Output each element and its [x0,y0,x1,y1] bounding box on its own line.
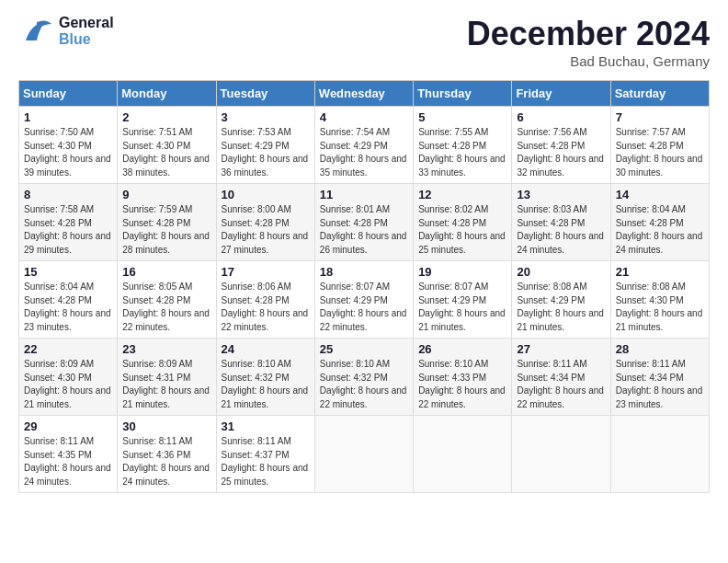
table-row: 18Sunrise: 8:07 AMSunset: 4:29 PMDayligh… [314,261,413,339]
table-row: 27Sunrise: 8:11 AMSunset: 4:34 PMDayligh… [512,339,610,416]
table-row: 12Sunrise: 8:02 AMSunset: 4:28 PMDayligh… [414,184,512,261]
table-row [314,416,413,493]
table-row: 10Sunrise: 8:00 AMSunset: 4:28 PMDayligh… [216,184,314,261]
day-info: Sunrise: 7:58 AMSunset: 4:28 PMDaylight:… [24,203,112,257]
col-thursday: Thursday [414,81,512,107]
table-row [512,416,610,493]
day-info: Sunrise: 8:11 AMSunset: 4:36 PMDaylight:… [122,435,210,488]
day-number: 11 [320,188,408,201]
month-year-title: December 2024 [467,15,710,53]
table-row: 9Sunrise: 7:59 AMSunset: 4:28 PMDaylight… [118,184,216,261]
calendar-week-row: 22Sunrise: 8:09 AMSunset: 4:30 PMDayligh… [19,339,710,416]
table-row: 11Sunrise: 8:01 AMSunset: 4:28 PMDayligh… [314,184,413,261]
day-number: 12 [418,188,506,201]
day-number: 31 [222,419,310,433]
day-info: Sunrise: 8:02 AMSunset: 4:28 PMDaylight:… [418,203,506,257]
day-info: Sunrise: 8:09 AMSunset: 4:30 PMDaylight:… [24,358,112,411]
table-row: 1Sunrise: 7:50 AMSunset: 4:30 PMDaylight… [19,107,118,184]
col-sunday: Sunday [19,81,118,107]
day-info: Sunrise: 7:54 AMSunset: 4:29 PMDaylight:… [320,126,408,179]
calendar-week-row: 1Sunrise: 7:50 AMSunset: 4:30 PMDaylight… [19,107,710,184]
day-info: Sunrise: 7:53 AMSunset: 4:29 PMDaylight:… [222,126,310,179]
day-number: 1 [24,110,112,124]
day-info: Sunrise: 7:51 AMSunset: 4:30 PMDaylight:… [122,126,210,179]
title-block: December 2024 Bad Buchau, Germany [467,15,710,69]
table-row: 15Sunrise: 8:04 AMSunset: 4:28 PMDayligh… [19,261,118,339]
day-info: Sunrise: 8:09 AMSunset: 4:31 PMDaylight:… [122,358,210,411]
day-number: 21 [616,265,704,279]
day-info: Sunrise: 8:07 AMSunset: 4:29 PMDaylight:… [418,281,506,334]
logo: General Blue [18,15,114,48]
day-info: Sunrise: 8:10 AMSunset: 4:32 PMDaylight:… [222,358,310,411]
day-info: Sunrise: 7:50 AMSunset: 4:30 PMDaylight:… [24,126,112,179]
table-row: 31Sunrise: 8:11 AMSunset: 4:37 PMDayligh… [216,416,314,493]
day-info: Sunrise: 8:10 AMSunset: 4:33 PMDaylight:… [418,358,506,411]
day-info: Sunrise: 8:04 AMSunset: 4:28 PMDaylight:… [24,281,112,334]
table-row: 26Sunrise: 8:10 AMSunset: 4:33 PMDayligh… [414,339,512,416]
day-info: Sunrise: 8:10 AMSunset: 4:32 PMDaylight:… [320,358,408,411]
day-info: Sunrise: 7:57 AMSunset: 4:28 PMDaylight:… [616,126,704,179]
table-row: 2Sunrise: 7:51 AMSunset: 4:30 PMDaylight… [118,107,216,184]
day-info: Sunrise: 8:01 AMSunset: 4:28 PMDaylight:… [320,203,408,257]
day-number: 3 [222,110,310,124]
col-tuesday: Tuesday [216,81,314,107]
day-number: 18 [320,265,408,279]
day-info: Sunrise: 8:11 AMSunset: 4:34 PMDaylight:… [616,358,704,411]
table-row: 30Sunrise: 8:11 AMSunset: 4:36 PMDayligh… [118,416,216,493]
day-info: Sunrise: 8:11 AMSunset: 4:37 PMDaylight:… [222,435,310,488]
calendar-table: Sunday Monday Tuesday Wednesday Thursday… [18,80,710,493]
day-number: 20 [517,265,605,279]
day-number: 29 [24,419,112,433]
day-number: 25 [320,342,408,356]
calendar-week-row: 29Sunrise: 8:11 AMSunset: 4:35 PMDayligh… [19,416,710,493]
day-number: 5 [418,110,506,124]
table-row: 7Sunrise: 7:57 AMSunset: 4:28 PMDaylight… [610,107,709,184]
day-info: Sunrise: 8:08 AMSunset: 4:30 PMDaylight:… [616,281,704,334]
day-number: 24 [222,342,310,356]
day-info: Sunrise: 8:03 AMSunset: 4:28 PMDaylight:… [517,203,605,257]
col-saturday: Saturday [610,81,709,107]
calendar-body: 1Sunrise: 7:50 AMSunset: 4:30 PMDaylight… [19,107,710,493]
day-info: Sunrise: 8:06 AMSunset: 4:28 PMDaylight:… [222,281,310,334]
table-row: 21Sunrise: 8:08 AMSunset: 4:30 PMDayligh… [610,261,709,339]
table-row [414,416,512,493]
col-friday: Friday [512,81,610,107]
page-header: General Blue December 2024 Bad Buchau, G… [18,15,710,69]
table-row: 17Sunrise: 8:06 AMSunset: 4:28 PMDayligh… [216,261,314,339]
day-number: 6 [517,110,605,124]
table-row: 23Sunrise: 8:09 AMSunset: 4:31 PMDayligh… [118,339,216,416]
header-row: Sunday Monday Tuesday Wednesday Thursday… [19,81,710,107]
calendar-week-row: 8Sunrise: 7:58 AMSunset: 4:28 PMDaylight… [19,184,710,261]
day-info: Sunrise: 7:56 AMSunset: 4:28 PMDaylight:… [517,126,605,179]
day-number: 17 [222,265,310,279]
day-number: 13 [517,188,605,201]
table-row: 6Sunrise: 7:56 AMSunset: 4:28 PMDaylight… [512,107,610,184]
col-monday: Monday [118,81,216,107]
day-info: Sunrise: 8:07 AMSunset: 4:29 PMDaylight:… [320,281,408,334]
table-row: 14Sunrise: 8:04 AMSunset: 4:28 PMDayligh… [610,184,709,261]
table-row: 19Sunrise: 8:07 AMSunset: 4:29 PMDayligh… [414,261,512,339]
day-number: 8 [24,188,112,201]
location-subtitle: Bad Buchau, Germany [467,53,710,69]
day-info: Sunrise: 7:55 AMSunset: 4:28 PMDaylight:… [418,126,506,179]
day-number: 4 [320,110,408,124]
day-info: Sunrise: 8:11 AMSunset: 4:35 PMDaylight:… [24,435,112,488]
day-number: 26 [418,342,506,356]
logo-icon [18,15,55,48]
logo-general: General [59,15,114,31]
table-row [610,416,709,493]
day-info: Sunrise: 8:08 AMSunset: 4:29 PMDaylight:… [517,281,605,334]
logo-text: General Blue [59,15,114,47]
logo-blue: Blue [59,31,114,48]
day-number: 10 [222,188,310,201]
day-number: 7 [616,110,704,124]
table-row: 16Sunrise: 8:05 AMSunset: 4:28 PMDayligh… [118,261,216,339]
table-row: 20Sunrise: 8:08 AMSunset: 4:29 PMDayligh… [512,261,610,339]
day-info: Sunrise: 8:04 AMSunset: 4:28 PMDaylight:… [616,203,704,257]
col-wednesday: Wednesday [314,81,413,107]
day-number: 30 [122,419,210,433]
table-row: 28Sunrise: 8:11 AMSunset: 4:34 PMDayligh… [610,339,709,416]
table-row: 25Sunrise: 8:10 AMSunset: 4:32 PMDayligh… [314,339,413,416]
day-number: 28 [616,342,704,356]
table-row: 8Sunrise: 7:58 AMSunset: 4:28 PMDaylight… [19,184,118,261]
